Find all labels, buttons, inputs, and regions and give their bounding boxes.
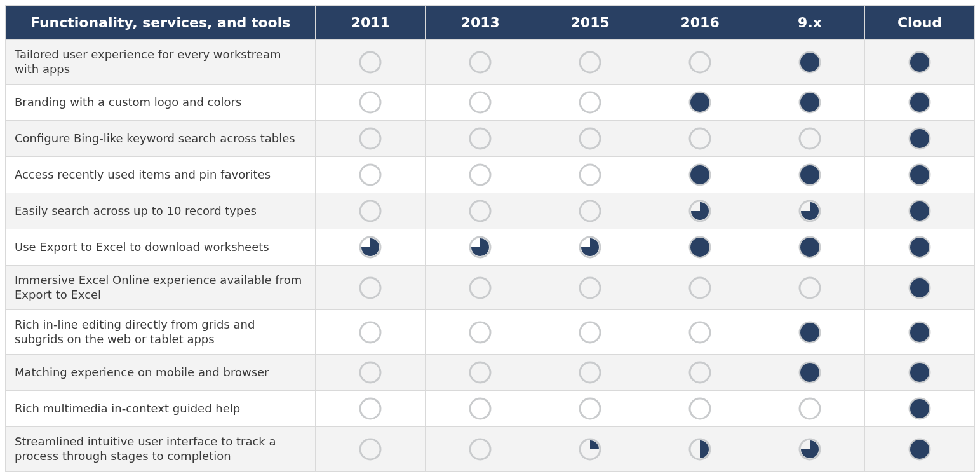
header-row: Functionality, services, and tools 2011 …	[6, 6, 975, 40]
table-row: Streamlined intuitive user interface to …	[6, 427, 975, 472]
coverage-cell	[535, 427, 645, 472]
svg-point-76	[800, 398, 820, 419]
coverage-icon	[798, 236, 821, 259]
table-row: Tailored user experience for every works…	[6, 40, 975, 85]
coverage-cell	[426, 266, 535, 310]
svg-point-59	[690, 322, 710, 343]
svg-point-3	[690, 52, 710, 72]
table-row: Rich in-line editing directly from grids…	[6, 310, 975, 355]
coverage-cell	[865, 310, 975, 355]
coverage-cell	[316, 229, 426, 266]
svg-point-75	[690, 398, 710, 419]
coverage-cell	[645, 193, 755, 229]
coverage-cell	[645, 391, 755, 427]
coverage-icon	[359, 51, 382, 74]
coverage-icon	[359, 438, 382, 461]
svg-point-25	[470, 165, 490, 185]
coverage-icon	[798, 361, 821, 384]
coverage-icon	[798, 397, 821, 420]
svg-point-67	[690, 362, 710, 383]
svg-point-71	[910, 363, 929, 382]
coverage-cell	[755, 40, 865, 85]
table-row: Rich multimedia in-context guided help	[6, 391, 975, 427]
coverage-cell	[755, 427, 865, 472]
svg-point-78	[910, 399, 929, 418]
coverage-cell	[316, 427, 426, 472]
coverage-icon	[798, 51, 821, 74]
coverage-cell	[755, 266, 865, 310]
coverage-icon	[688, 200, 711, 222]
coverage-cell	[865, 266, 975, 310]
coverage-icon	[579, 397, 601, 420]
coverage-cell	[535, 355, 645, 391]
svg-point-0	[360, 52, 380, 72]
coverage-icon	[469, 91, 492, 114]
svg-point-10	[580, 92, 600, 112]
coverage-cell	[755, 355, 865, 391]
coverage-cell	[426, 85, 535, 121]
table-row: Use Export to Excel to download workshee…	[6, 229, 975, 266]
svg-point-20	[690, 128, 710, 149]
coverage-icon	[359, 200, 382, 222]
svg-point-24	[360, 165, 380, 185]
table-row: Access recently used items and pin favor…	[6, 157, 975, 193]
svg-point-30	[800, 165, 819, 184]
coverage-icon	[469, 276, 492, 299]
coverage-cell	[316, 40, 426, 85]
col-9x: 9.x	[755, 6, 865, 40]
col-feature: Functionality, services, and tools	[6, 6, 316, 40]
coverage-cell	[535, 266, 645, 310]
svg-point-46	[800, 238, 819, 257]
coverage-icon	[359, 91, 382, 114]
svg-point-52	[690, 278, 710, 298]
col-2011: 2011	[316, 6, 426, 40]
table-row: Configure Bing-like keyword search acros…	[6, 121, 975, 157]
svg-point-2	[580, 52, 600, 72]
table-row: Immersive Excel Online experience availa…	[6, 266, 975, 310]
coverage-cell	[535, 40, 645, 85]
coverage-icon	[359, 397, 382, 420]
svg-point-69	[800, 363, 819, 382]
coverage-icon	[359, 127, 382, 150]
coverage-icon	[579, 51, 601, 74]
feature-label: Rich multimedia in-context guided help	[6, 391, 316, 427]
coverage-cell	[645, 85, 755, 121]
coverage-cell	[316, 355, 426, 391]
feature-label: Tailored user experience for every works…	[6, 40, 316, 85]
coverage-icon	[469, 127, 492, 150]
table-row: Matching experience on mobile and browse…	[6, 355, 975, 391]
coverage-cell	[535, 193, 645, 229]
coverage-cell	[645, 157, 755, 193]
coverage-cell	[316, 391, 426, 427]
svg-point-5	[800, 53, 819, 72]
coverage-cell	[535, 310, 645, 355]
coverage-icon	[798, 200, 821, 222]
svg-point-33	[360, 201, 380, 221]
coverage-cell	[865, 427, 975, 472]
coverage-cell	[865, 355, 975, 391]
coverage-cell	[865, 121, 975, 157]
svg-point-28	[690, 165, 709, 184]
coverage-cell	[316, 121, 426, 157]
coverage-icon	[688, 236, 711, 259]
coverage-cell	[316, 193, 426, 229]
svg-point-79	[360, 439, 380, 459]
coverage-cell	[865, 391, 975, 427]
coverage-cell	[645, 310, 755, 355]
feature-label: Branding with a custom logo and colors	[6, 85, 316, 121]
coverage-icon	[908, 276, 931, 299]
svg-point-17	[360, 128, 380, 149]
coverage-cell	[865, 193, 975, 229]
coverage-icon	[908, 236, 931, 259]
coverage-icon	[469, 361, 492, 384]
coverage-cell	[865, 157, 975, 193]
coverage-cell	[755, 157, 865, 193]
coverage-cell	[316, 310, 426, 355]
svg-point-12	[690, 93, 709, 112]
svg-point-32	[910, 165, 929, 184]
coverage-icon	[688, 361, 711, 384]
coverage-cell	[755, 391, 865, 427]
coverage-cell	[426, 391, 535, 427]
svg-point-80	[470, 439, 490, 459]
coverage-icon	[579, 438, 601, 461]
